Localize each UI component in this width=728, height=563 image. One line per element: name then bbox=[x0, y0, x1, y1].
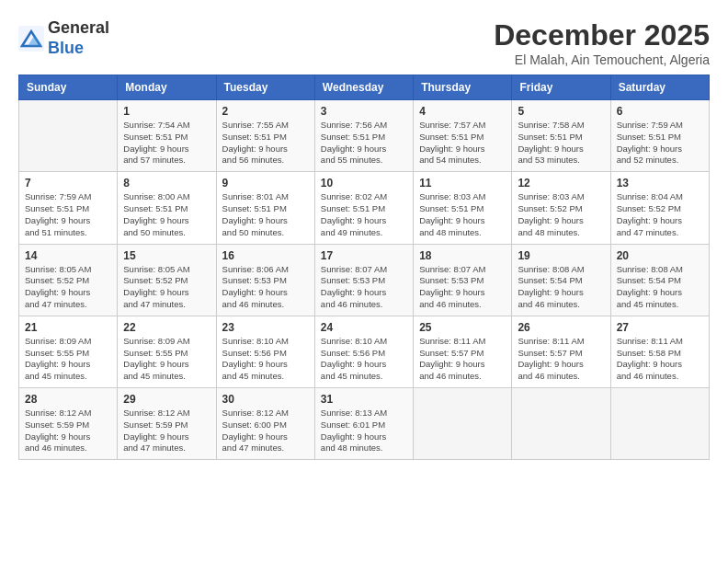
calendar-week-2: 7Sunrise: 7:59 AM Sunset: 5:51 PM Daylig… bbox=[19, 172, 710, 244]
day-info: Sunrise: 8:08 AM Sunset: 5:54 PM Dayligh… bbox=[518, 264, 604, 311]
calendar-week-4: 21Sunrise: 8:09 AM Sunset: 5:55 PM Dayli… bbox=[19, 316, 710, 387]
header-row: Sunday Monday Tuesday Wednesday Thursday… bbox=[19, 75, 710, 100]
day-number: 27 bbox=[617, 321, 703, 334]
day-number: 17 bbox=[321, 249, 407, 262]
calendar-cell: 13Sunrise: 8:04 AM Sunset: 5:52 PM Dayli… bbox=[610, 172, 709, 244]
day-info: Sunrise: 7:54 AM Sunset: 5:51 PM Dayligh… bbox=[123, 120, 210, 167]
day-info: Sunrise: 8:12 AM Sunset: 5:59 PM Dayligh… bbox=[25, 408, 111, 454]
day-number: 28 bbox=[25, 393, 111, 406]
day-info: Sunrise: 8:00 AM Sunset: 5:51 PM Dayligh… bbox=[123, 191, 210, 238]
calendar-cell: 19Sunrise: 8:08 AM Sunset: 5:54 PM Dayli… bbox=[512, 244, 610, 316]
day-info: Sunrise: 8:13 AM Sunset: 6:01 PM Dayligh… bbox=[321, 408, 407, 454]
calendar-cell: 4Sunrise: 7:57 AM Sunset: 5:51 PM Daylig… bbox=[414, 100, 512, 172]
calendar-cell: 12Sunrise: 8:03 AM Sunset: 5:52 PM Dayli… bbox=[512, 172, 610, 244]
calendar-cell bbox=[19, 100, 118, 172]
logo-blue: Blue bbox=[48, 39, 109, 59]
day-number: 23 bbox=[222, 321, 309, 334]
logo-icon bbox=[18, 26, 44, 52]
day-info: Sunrise: 8:08 AM Sunset: 5:54 PM Dayligh… bbox=[617, 264, 703, 311]
calendar-week-1: 1Sunrise: 7:54 AM Sunset: 5:51 PM Daylig… bbox=[19, 100, 710, 172]
calendar-cell: 27Sunrise: 8:11 AM Sunset: 5:58 PM Dayli… bbox=[610, 316, 709, 387]
day-info: Sunrise: 8:03 AM Sunset: 5:51 PM Dayligh… bbox=[419, 191, 506, 238]
day-number: 25 bbox=[419, 321, 506, 334]
calendar-cell: 18Sunrise: 8:07 AM Sunset: 5:53 PM Dayli… bbox=[414, 244, 512, 316]
day-number: 12 bbox=[518, 177, 604, 190]
col-thursday: Thursday bbox=[414, 75, 512, 100]
calendar-week-5: 28Sunrise: 8:12 AM Sunset: 5:59 PM Dayli… bbox=[19, 388, 710, 460]
title-section: December 2025 El Malah, Ain Temouchent, … bbox=[494, 18, 710, 67]
day-number: 24 bbox=[321, 321, 407, 334]
calendar-cell: 2Sunrise: 7:55 AM Sunset: 5:51 PM Daylig… bbox=[216, 100, 314, 172]
day-number: 21 bbox=[25, 321, 111, 334]
day-number: 16 bbox=[222, 249, 309, 262]
day-number: 30 bbox=[222, 393, 309, 406]
day-number: 15 bbox=[123, 249, 210, 262]
col-monday: Monday bbox=[118, 75, 216, 100]
day-info: Sunrise: 8:12 AM Sunset: 5:59 PM Dayligh… bbox=[123, 408, 210, 454]
calendar-table: Sunday Monday Tuesday Wednesday Thursday… bbox=[18, 75, 710, 460]
calendar-cell: 28Sunrise: 8:12 AM Sunset: 5:59 PM Dayli… bbox=[19, 388, 118, 460]
col-saturday: Saturday bbox=[610, 75, 709, 100]
day-info: Sunrise: 7:57 AM Sunset: 5:51 PM Dayligh… bbox=[419, 120, 506, 167]
day-number: 22 bbox=[123, 321, 210, 334]
day-info: Sunrise: 8:12 AM Sunset: 6:00 PM Dayligh… bbox=[222, 408, 309, 454]
calendar-cell: 10Sunrise: 8:02 AM Sunset: 5:51 PM Dayli… bbox=[314, 172, 413, 244]
day-info: Sunrise: 8:07 AM Sunset: 5:53 PM Dayligh… bbox=[419, 264, 506, 311]
day-number: 14 bbox=[25, 249, 111, 262]
logo: General Blue bbox=[18, 18, 109, 58]
calendar-cell: 22Sunrise: 8:09 AM Sunset: 5:55 PM Dayli… bbox=[118, 316, 216, 387]
calendar-cell: 29Sunrise: 8:12 AM Sunset: 5:59 PM Dayli… bbox=[118, 388, 216, 460]
calendar-cell: 30Sunrise: 8:12 AM Sunset: 6:00 PM Dayli… bbox=[216, 388, 314, 460]
day-info: Sunrise: 8:09 AM Sunset: 5:55 PM Dayligh… bbox=[123, 336, 210, 383]
calendar-cell: 3Sunrise: 7:56 AM Sunset: 5:51 PM Daylig… bbox=[314, 100, 413, 172]
calendar-cell: 9Sunrise: 8:01 AM Sunset: 5:51 PM Daylig… bbox=[216, 172, 314, 244]
calendar-cell: 11Sunrise: 8:03 AM Sunset: 5:51 PM Dayli… bbox=[414, 172, 512, 244]
day-number: 2 bbox=[222, 105, 309, 118]
day-info: Sunrise: 7:56 AM Sunset: 5:51 PM Dayligh… bbox=[321, 120, 407, 167]
logo-general: General bbox=[48, 18, 109, 39]
calendar-cell: 31Sunrise: 8:13 AM Sunset: 6:01 PM Dayli… bbox=[314, 388, 413, 460]
calendar-cell: 15Sunrise: 8:05 AM Sunset: 5:52 PM Dayli… bbox=[118, 244, 216, 316]
calendar-cell: 16Sunrise: 8:06 AM Sunset: 5:53 PM Dayli… bbox=[216, 244, 314, 316]
day-number: 11 bbox=[419, 177, 506, 190]
day-number: 18 bbox=[419, 249, 506, 262]
calendar-cell: 24Sunrise: 8:10 AM Sunset: 5:56 PM Dayli… bbox=[314, 316, 413, 387]
calendar-cell: 25Sunrise: 8:11 AM Sunset: 5:57 PM Dayli… bbox=[414, 316, 512, 387]
day-info: Sunrise: 8:04 AM Sunset: 5:52 PM Dayligh… bbox=[617, 191, 703, 238]
day-info: Sunrise: 7:59 AM Sunset: 5:51 PM Dayligh… bbox=[25, 191, 111, 238]
calendar-cell: 8Sunrise: 8:00 AM Sunset: 5:51 PM Daylig… bbox=[118, 172, 216, 244]
calendar-body: 1Sunrise: 7:54 AM Sunset: 5:51 PM Daylig… bbox=[19, 100, 710, 460]
col-tuesday: Tuesday bbox=[216, 75, 314, 100]
day-info: Sunrise: 8:07 AM Sunset: 5:53 PM Dayligh… bbox=[321, 264, 407, 311]
calendar-cell: 23Sunrise: 8:10 AM Sunset: 5:56 PM Dayli… bbox=[216, 316, 314, 387]
day-number: 9 bbox=[222, 177, 309, 190]
calendar-cell: 5Sunrise: 7:58 AM Sunset: 5:51 PM Daylig… bbox=[512, 100, 610, 172]
calendar-cell: 7Sunrise: 7:59 AM Sunset: 5:51 PM Daylig… bbox=[19, 172, 118, 244]
day-number: 5 bbox=[518, 105, 604, 118]
day-number: 3 bbox=[321, 105, 407, 118]
col-friday: Friday bbox=[512, 75, 610, 100]
day-number: 8 bbox=[123, 177, 210, 190]
day-info: Sunrise: 7:55 AM Sunset: 5:51 PM Dayligh… bbox=[222, 120, 309, 167]
calendar-cell bbox=[414, 388, 512, 460]
day-info: Sunrise: 8:03 AM Sunset: 5:52 PM Dayligh… bbox=[518, 191, 604, 238]
main-title: December 2025 bbox=[494, 18, 710, 52]
day-number: 1 bbox=[123, 105, 210, 118]
day-info: Sunrise: 7:58 AM Sunset: 5:51 PM Dayligh… bbox=[518, 120, 604, 167]
day-info: Sunrise: 8:06 AM Sunset: 5:53 PM Dayligh… bbox=[222, 264, 309, 311]
page-container: General Blue December 2025 El Malah, Ain… bbox=[18, 18, 710, 460]
day-number: 20 bbox=[617, 249, 703, 262]
calendar-cell: 17Sunrise: 8:07 AM Sunset: 5:53 PM Dayli… bbox=[314, 244, 413, 316]
day-info: Sunrise: 8:10 AM Sunset: 5:56 PM Dayligh… bbox=[222, 336, 309, 383]
day-number: 13 bbox=[617, 177, 703, 190]
calendar-cell bbox=[610, 388, 709, 460]
day-info: Sunrise: 8:11 AM Sunset: 5:57 PM Dayligh… bbox=[419, 336, 506, 383]
day-info: Sunrise: 8:05 AM Sunset: 5:52 PM Dayligh… bbox=[123, 264, 210, 311]
calendar-cell: 20Sunrise: 8:08 AM Sunset: 5:54 PM Dayli… bbox=[610, 244, 709, 316]
calendar-cell: 1Sunrise: 7:54 AM Sunset: 5:51 PM Daylig… bbox=[118, 100, 216, 172]
logo-text: General Blue bbox=[48, 18, 109, 58]
calendar-header: Sunday Monday Tuesday Wednesday Thursday… bbox=[19, 75, 710, 100]
day-number: 7 bbox=[25, 177, 111, 190]
calendar-cell: 21Sunrise: 8:09 AM Sunset: 5:55 PM Dayli… bbox=[19, 316, 118, 387]
calendar-cell: 6Sunrise: 7:59 AM Sunset: 5:51 PM Daylig… bbox=[610, 100, 709, 172]
